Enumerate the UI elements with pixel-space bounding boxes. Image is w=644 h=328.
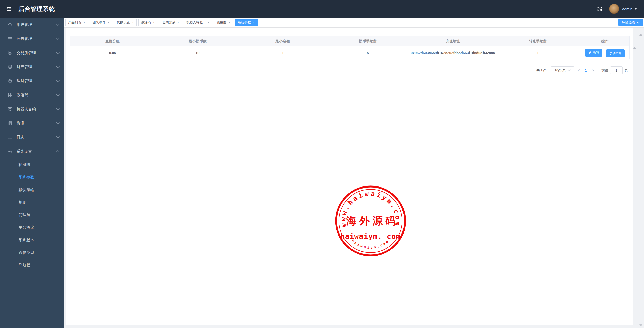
close-icon[interactable] (108, 21, 110, 24)
sidebar-item-asset-mgmt[interactable]: 财产管理 (0, 60, 64, 74)
chart-board-icon (8, 50, 13, 55)
sidebar-item-label: 系统设置 (17, 149, 57, 154)
close-icon[interactable] (228, 21, 230, 24)
col-min-balance: 最小余额 (240, 36, 325, 46)
tab-generation-settings[interactable]: 代数设置 (114, 19, 137, 26)
chevron-down-icon (56, 93, 60, 96)
goto-page-input[interactable] (610, 66, 623, 74)
sidebar-item-label: 理财管理 (17, 79, 57, 83)
avatar[interactable] (609, 4, 619, 14)
cell-min-balance: 1 (240, 46, 325, 59)
chevron-down-icon (637, 20, 640, 24)
sidebar-item-system-params[interactable]: 系统参数 (0, 171, 64, 183)
chevron-down-icon (56, 79, 60, 82)
sidebar-item-system-version[interactable]: 系统版本 (0, 234, 64, 246)
chart-board-icon (8, 107, 13, 112)
tab-robot-position[interactable]: 机器人持仓... (184, 19, 212, 26)
chevron-down-icon (56, 22, 60, 26)
main-area: 产品列表 团队领导 代数设置 激活码 合约交易 机器人持仓... 轮播图 系统参… (64, 18, 644, 328)
sidebar-item-label: 公告管理 (17, 36, 57, 41)
sidebar-item-news[interactable]: 资讯 (0, 116, 64, 130)
fullscreen-icon[interactable] (597, 6, 602, 12)
sidebar-item-label: 财产管理 (17, 65, 57, 69)
tab-product-list[interactable]: 产品列表 (65, 19, 88, 26)
tab-label: 代数设置 (117, 20, 130, 25)
sidebar-item-admins[interactable]: 管理员 (0, 209, 64, 221)
app-header: 后台管理系统 admin (0, 0, 644, 18)
bag-icon (8, 78, 13, 83)
chevron-down-icon (56, 36, 60, 40)
scrollbar-up-arrow[interactable] (639, 34, 642, 36)
col-direct-dividend: 直推分红 (70, 36, 155, 46)
sidebar-item-rules[interactable]: 规则 (0, 196, 64, 209)
close-icon[interactable] (208, 21, 210, 24)
chevron-down-icon (56, 121, 60, 124)
tab-system-params[interactable]: 系统参数 (235, 19, 258, 26)
sidebar-item-logs[interactable]: 日志 (0, 130, 64, 144)
sidebar-item-carousel[interactable]: 轮播图 (0, 158, 64, 171)
page-size-select[interactable]: 10条/页 (551, 66, 574, 74)
current-page[interactable]: 1 (585, 68, 587, 72)
chevron-down-icon (56, 51, 60, 54)
sidebar-item-activation-code[interactable]: 激活码 (0, 88, 64, 102)
sidebar-item-label: 机器人合约 (17, 107, 57, 112)
sidebar-item-label: 用户管理 (17, 22, 57, 27)
system-params-table: 直推分红 最小提币数 最小余额 提币手续费 充值地址 转账手续费 操作 0.05 (70, 36, 630, 59)
tab-contract-trade[interactable]: 合约交易 (159, 19, 182, 26)
close-icon[interactable] (177, 21, 179, 24)
document-icon (8, 121, 13, 126)
cell-min-withdraw: 10 (155, 46, 240, 59)
col-deposit-address: 充值地址 (410, 36, 495, 46)
close-icon[interactable] (132, 21, 134, 24)
close-icon[interactable] (253, 21, 255, 24)
tags-options-button[interactable]: 标签选项 (618, 19, 643, 26)
sidebar-collapse-icon[interactable] (6, 6, 12, 12)
col-withdraw-fee: 提币手续费 (325, 36, 410, 46)
cell-actions: 编辑 手动结算 (580, 46, 630, 59)
sidebar-item-label: 激活码 (17, 93, 57, 98)
sidebar-item-label: 资讯 (17, 121, 57, 126)
scrollbar-down-arrow[interactable] (639, 324, 642, 326)
coins-icon (8, 64, 13, 69)
sidebar-item-user-mgmt[interactable]: 用户管理 (0, 18, 64, 32)
tab-label: 系统参数 (238, 20, 251, 25)
sidebar-item-default-strategy[interactable]: 默认策略 (0, 183, 64, 196)
tab-label: 机器人持仓... (186, 20, 206, 25)
edit-button-label: 编辑 (593, 50, 599, 55)
manual-settle-label: 手动结算 (609, 51, 621, 55)
user-dropdown[interactable]: admin (622, 7, 637, 11)
prev-page-icon[interactable]: < (578, 68, 580, 72)
sidebar-item-navbar[interactable]: 导航栏 (0, 259, 64, 271)
page-unit-label: 页 (625, 68, 628, 73)
cell-transfer-fee: 1 (495, 46, 580, 59)
gear-icon (8, 149, 13, 154)
sidebar-item-announcement-mgmt[interactable]: 公告管理 (0, 32, 64, 46)
scrollbar-up-arrow[interactable] (633, 47, 636, 49)
col-min-withdraw: 最小提币数 (155, 36, 240, 46)
manual-settle-button[interactable]: 手动结算 (606, 49, 625, 57)
chevron-down-icon (634, 8, 637, 10)
sidebar-item-robot-contract[interactable]: 机器人合约 (0, 102, 64, 116)
sidebar-item-drop-type[interactable]: 跌幅类型 (0, 246, 64, 259)
sidebar-item-platform-agreement[interactable]: 平台协议 (0, 221, 64, 234)
close-icon[interactable] (153, 21, 155, 24)
edit-button[interactable]: 编辑 (585, 49, 602, 57)
cell-direct-dividend: 0.05 (70, 46, 155, 59)
tab-activation-code[interactable]: 激活码 (138, 19, 158, 26)
goto-label: 前往 (601, 68, 608, 73)
table-header-row: 直推分红 最小提币数 最小余额 提币手续费 充值地址 转账手续费 操作 (70, 36, 630, 46)
chevron-down-icon (56, 135, 60, 138)
close-icon[interactable] (83, 21, 85, 24)
list-icon (8, 135, 13, 140)
table-row: 0.05 10 1 5 0x962d603c659b162c202fd55d66… (70, 46, 630, 59)
home-icon (8, 22, 13, 27)
tab-team-leader[interactable]: 团队领导 (90, 19, 112, 26)
cell-deposit-address: 0x962d603c659b162c202fd55d663f1d5d0db32a… (410, 46, 495, 59)
sidebar-item-system-settings[interactable]: 系统设置 (0, 144, 64, 158)
sidebar-item-exchange-mgmt[interactable]: 交易所管理 (0, 46, 64, 60)
sidebar-item-wealth-mgmt[interactable]: 理财管理 (0, 74, 64, 88)
chevron-down-icon (56, 65, 60, 68)
next-page-icon[interactable]: > (592, 68, 594, 72)
cell-withdraw-fee: 5 (325, 46, 410, 59)
tab-carousel[interactable]: 轮播图 (214, 19, 233, 26)
